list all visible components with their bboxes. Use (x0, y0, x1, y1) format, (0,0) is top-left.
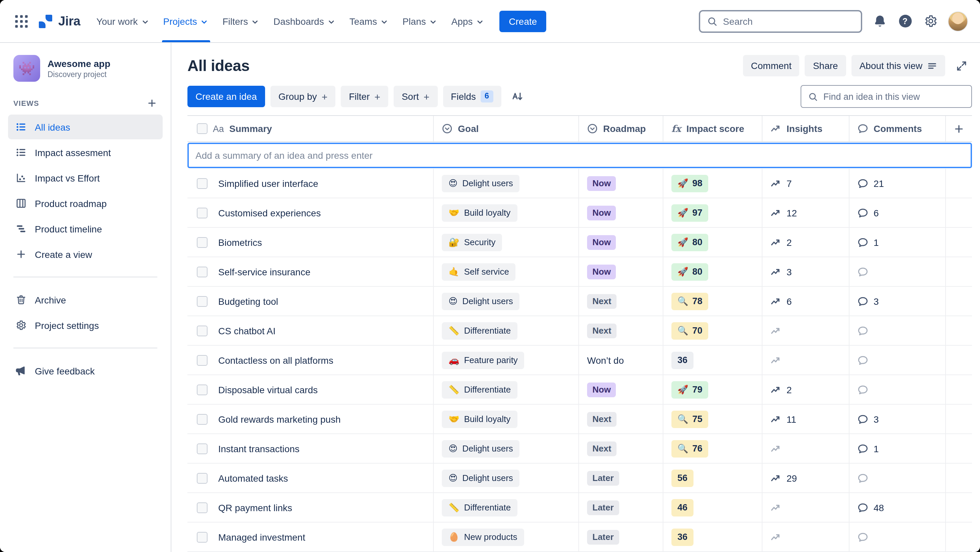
nav-item-plans[interactable]: Plans (396, 0, 444, 42)
idea-row[interactable]: Self-service insurance🤙Self serviceNow🚀8… (188, 257, 972, 287)
comments-cell[interactable] (849, 257, 945, 286)
comments-cell[interactable]: 1 (849, 228, 945, 257)
roadmap-cell[interactable]: Now (578, 169, 663, 198)
goal-chip[interactable]: 🤙Self service (442, 263, 516, 280)
impact-score-cell[interactable]: 🚀80 (663, 257, 762, 286)
nav-item-filters[interactable]: Filters (216, 0, 267, 42)
goal-chip[interactable]: 😍Delight users (442, 469, 520, 487)
sidebar-item-give-feedback[interactable]: Give feedback (8, 358, 163, 383)
column-header-goal[interactable]: Goal (433, 116, 578, 141)
nav-item-apps[interactable]: Apps (444, 0, 492, 42)
row-checkbox[interactable] (197, 207, 207, 218)
roadmap-lozenge[interactable]: Next (587, 441, 617, 456)
goal-chip[interactable]: 😍Delight users (442, 292, 520, 310)
row-checkbox[interactable] (197, 531, 207, 542)
impact-score-cell[interactable]: 🔍76 (663, 434, 762, 463)
summary-cell[interactable]: Automated tasks (188, 464, 433, 492)
sidebar-item-impact-assesment[interactable]: Impact assesment (8, 140, 163, 165)
sidebar-item-create-a-view[interactable]: Create a view (8, 242, 163, 266)
comments-cell[interactable]: 3 (849, 405, 945, 434)
find-idea-input[interactable] (823, 91, 965, 102)
sidebar-item-all-ideas[interactable]: All ideas (8, 115, 163, 139)
roadmap-lozenge[interactable]: Now (587, 264, 616, 279)
goal-cell[interactable]: 🥚New products (433, 523, 578, 551)
goal-cell[interactable]: 🤙Self service (433, 257, 578, 286)
impact-score-cell[interactable]: 🚀97 (663, 198, 762, 227)
comments-cell[interactable]: 3 (849, 287, 945, 316)
impact-score-cell[interactable]: 46 (663, 493, 762, 522)
roadmap-cell[interactable]: Now (578, 198, 663, 227)
roadmap-cell[interactable]: Now (578, 375, 663, 404)
jira-logo[interactable]: Jira (38, 13, 80, 29)
nav-item-your-work[interactable]: Your work (90, 0, 157, 42)
impact-score-cell[interactable]: 56 (663, 464, 762, 492)
group-by-button[interactable]: Group by+ (270, 86, 336, 107)
row-checkbox[interactable] (197, 266, 207, 277)
column-header-insights[interactable]: Insights (762, 116, 849, 141)
idea-row[interactable]: Contactless on all platforms🚗Feature par… (188, 346, 972, 375)
app-switcher-button[interactable] (11, 10, 32, 32)
sort-button[interactable]: Sort+ (394, 86, 438, 107)
idea-row[interactable]: Customised experiences🤝Build loyaltyNow🚀… (188, 198, 972, 228)
roadmap-lozenge[interactable]: Won’t do (587, 353, 624, 367)
idea-row[interactable]: CS chatbot AI📏DifferentiateNext🔍70 (188, 316, 972, 346)
goal-chip[interactable]: 🔐Security (442, 233, 502, 251)
insights-cell[interactable]: 29 (762, 464, 849, 492)
add-column-button[interactable] (945, 116, 972, 141)
summary-cell[interactable]: Customised experiences (188, 198, 433, 227)
impact-score-cell[interactable]: 🔍78 (663, 287, 762, 316)
impact-score-cell[interactable]: 36 (663, 523, 762, 551)
create-idea-button[interactable]: Create an idea (188, 86, 265, 107)
row-checkbox[interactable] (197, 237, 207, 247)
idea-row[interactable]: Gold rewards marketing push🤝Build loyalt… (188, 405, 972, 434)
column-header-summary[interactable]: AaSummary (188, 116, 433, 141)
roadmap-lozenge[interactable]: Next (587, 294, 617, 308)
row-checkbox[interactable] (197, 443, 207, 454)
goal-cell[interactable]: 😍Delight users (433, 464, 578, 492)
comments-cell[interactable] (849, 375, 945, 404)
goal-chip[interactable]: 🚗Feature parity (442, 351, 525, 369)
summary-cell[interactable]: QR payment links (188, 493, 433, 522)
impact-score-cell[interactable]: 🔍70 (663, 316, 762, 345)
insights-cell[interactable]: 12 (762, 198, 849, 227)
goal-chip[interactable]: 😍Delight users (442, 440, 520, 457)
roadmap-lozenge[interactable]: Later (587, 471, 619, 485)
roadmap-lozenge[interactable]: Now (587, 176, 616, 191)
goal-cell[interactable]: 😍Delight users (433, 287, 578, 316)
summary-cell[interactable]: Instant transactions (188, 434, 433, 463)
nav-item-teams[interactable]: Teams (343, 0, 396, 42)
goal-chip[interactable]: 🤝Build loyalty (442, 204, 517, 222)
insights-cell[interactable]: 7 (762, 169, 849, 198)
comment-button[interactable]: Comment (743, 55, 800, 77)
impact-score-cell[interactable]: 🚀98 (663, 169, 762, 198)
goal-chip[interactable]: 📏Differentiate (442, 322, 517, 339)
row-checkbox[interactable] (197, 355, 207, 365)
summary-cell[interactable]: Gold rewards marketing push (188, 405, 433, 434)
summary-cell[interactable]: Biometrics (188, 228, 433, 257)
roadmap-cell[interactable]: Next (578, 287, 663, 316)
insights-cell[interactable]: 11 (762, 405, 849, 434)
roadmap-cell[interactable]: Won’t do (578, 346, 663, 375)
row-checkbox[interactable] (197, 502, 207, 513)
goal-cell[interactable]: 🤝Build loyalty (433, 198, 578, 227)
comments-cell[interactable] (849, 346, 945, 375)
project-header[interactable]: 👾 Awesome app Discovery project (8, 54, 163, 86)
goal-chip[interactable]: 📏Differentiate (442, 381, 517, 398)
idea-row[interactable]: Disposable virtual cards📏DifferentiateNo… (188, 375, 972, 405)
user-avatar[interactable] (948, 11, 968, 31)
notifications-button[interactable] (869, 10, 890, 32)
roadmap-cell[interactable]: Now (578, 257, 663, 286)
roadmap-cell[interactable]: Next (578, 316, 663, 345)
impact-score-cell[interactable]: 🔍75 (663, 405, 762, 434)
nav-item-projects[interactable]: Projects (157, 0, 216, 42)
share-button[interactable]: Share (805, 55, 846, 77)
idea-row[interactable]: Budgeting tool😍Delight usersNext🔍7863 (188, 287, 972, 316)
summary-cell[interactable]: CS chatbot AI (188, 316, 433, 345)
comments-cell[interactable]: 6 (849, 198, 945, 227)
summary-cell[interactable]: Simplified user interface (188, 169, 433, 198)
roadmap-cell[interactable]: Later (578, 523, 663, 551)
fields-button[interactable]: Fields6 (443, 86, 501, 107)
goal-chip[interactable]: 🥚New products (442, 528, 524, 546)
sidebar-item-product-timeline[interactable]: Product timeline (8, 216, 163, 241)
row-checkbox[interactable] (197, 472, 207, 483)
